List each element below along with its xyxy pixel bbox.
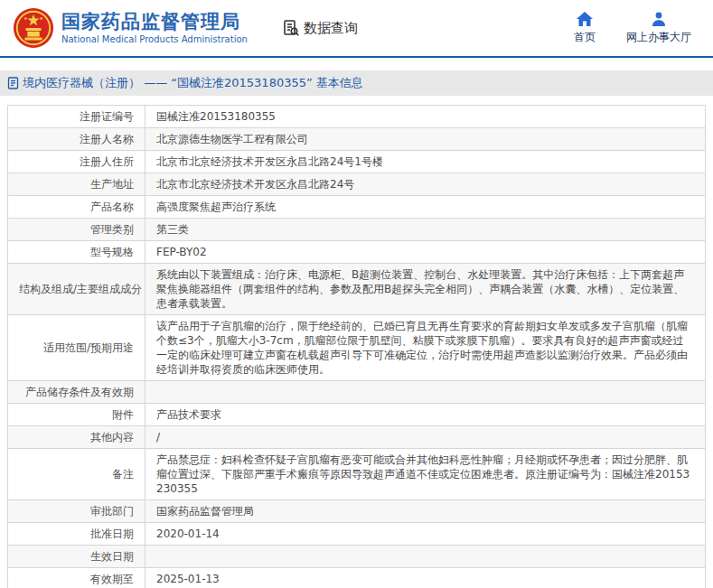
national-emblem-icon [13,7,54,49]
row-value [145,381,706,404]
org-name-zh: 国家药品监督管理局 [61,12,248,33]
header: 国家药品监督管理局 National Medical Products Admi… [0,0,713,58]
row-value: 该产品用于子宫肌瘤的治疗，限于绝经前的、已婚已育且无再生育要求的育龄期妇女单发或… [145,315,706,381]
table-row: 批准日期2020-01-14 [8,523,706,546]
row-label: 产品储存条件及有效期 [8,381,145,404]
table-row: 注册人住所北京市北京经济技术开发区永昌北路24号1号楼 [8,151,706,173]
row-value: 产品禁忌症：妇科检查怀疑子宫肌瘤有恶变可能或合并其他妇科恶性肿瘤；月经期或怀孕患… [145,449,706,500]
table-row: 生效日期 [8,546,706,568]
row-label: 有效期至 [8,568,145,588]
table-row: 其他内容/ [8,426,706,449]
user-icon [652,12,666,26]
breadcrumb-text: 境内医疗器械（注册） —— “国械注准20153180355” 基本信息 [23,75,363,91]
document-icon [7,77,19,89]
row-label: 生产地址 [8,173,145,196]
breadcrumb: 境内医疗器械（注册） —— “国械注准20153180355” 基本信息 [0,70,713,96]
row-value: 产品技术要求 [145,404,706,426]
row-label: 其他内容 [8,426,145,449]
data-query-button[interactable]: 数据查询 [282,19,358,37]
row-value [145,546,706,568]
row-value: / [145,426,706,449]
table-row: 备注产品禁忌症：妇科检查怀疑子宫肌瘤有恶变可能或合并其他妇科恶性肿瘤；月经期或怀… [8,449,706,500]
row-value: 北京源德生物医学工程有限公司 [145,128,706,151]
row-label: 备注 [8,449,145,500]
row-label: 结构及组成/主要组成成分 [8,264,145,315]
row-label: 附件 [8,404,145,426]
table-row: 产品储存条件及有效期 [8,381,706,404]
row-label: 注册人住所 [8,151,145,173]
row-label: 注册证编号 [8,106,145,128]
row-value: FEP-BY02 [145,241,706,264]
table-row: 附件产品技术要求 [8,404,706,426]
table-row: 产品名称高强度聚焦超声治疗系统 [8,196,706,219]
device-info-table: 注册证编号国械注准20153180355注册人名称北京源德生物医学工程有限公司注… [7,105,706,588]
row-label: 管理类别 [8,219,145,241]
table-row: 适用范围/预期用途该产品用于子宫肌瘤的治疗，限于绝经前的、已婚已育且无再生育要求… [8,315,706,381]
row-value: 高强度聚焦超声治疗系统 [145,196,706,219]
org-title: 国家药品监督管理局 National Medical Products Admi… [61,12,248,44]
nav-home[interactable]: 首页 [574,12,596,45]
table-row: 注册人名称北京源德生物医学工程有限公司 [8,128,706,151]
table-row: 生产地址北京市北京经济技术开发区永昌北路24号 [8,173,706,196]
row-value: 北京市北京经济技术开发区永昌北路24号 [145,173,706,196]
row-label: 审批部门 [8,500,145,523]
row-label: 适用范围/预期用途 [8,315,145,381]
row-value: 北京市北京经济技术开发区永昌北路24号1号楼 [145,151,706,173]
table-row: 管理类别第三类 [8,219,706,241]
row-value: 国家药品监督管理局 [145,500,706,523]
row-value: 第三类 [145,219,706,241]
row-value: 国械注准20153180355 [145,106,706,128]
data-query-icon [282,19,300,37]
nav-home-label: 首页 [574,30,596,45]
nav-service-hall[interactable]: 网上办事大厅 [626,12,691,45]
row-label: 注册人名称 [8,128,145,151]
row-value: 2020-01-14 [145,523,706,546]
table-row: 有效期至2025-01-13 [8,568,706,588]
header-nav: 首页 网上办事大厅 [574,12,691,45]
table-row: 结构及组成/主要组成成分系统由以下装置组成：治疗床、电源柜、B超测位装置、控制台… [8,264,706,315]
row-value: 2025-01-13 [145,568,706,588]
row-label: 产品名称 [8,196,145,219]
org-name-en: National Medical Products Administration [61,34,248,44]
nav-service-hall-label: 网上办事大厅 [626,30,691,45]
table-row: 注册证编号国械注准20153180355 [8,106,706,128]
row-label: 生效日期 [8,546,145,568]
row-value: 系统由以下装置组成：治疗床、电源柜、B超测位装置、控制台、水处理装置。其中治疗床… [145,264,706,315]
row-label: 批准日期 [8,523,145,546]
device-info-table-wrap: 注册证编号国械注准20153180355注册人名称北京源德生物医学工程有限公司注… [7,105,706,588]
data-query-label: 数据查询 [304,20,358,37]
row-label: 型号规格 [8,241,145,264]
table-row: 审批部门国家药品监督管理局 [8,500,706,523]
home-icon [577,12,593,26]
table-row: 型号规格FEP-BY02 [8,241,706,264]
